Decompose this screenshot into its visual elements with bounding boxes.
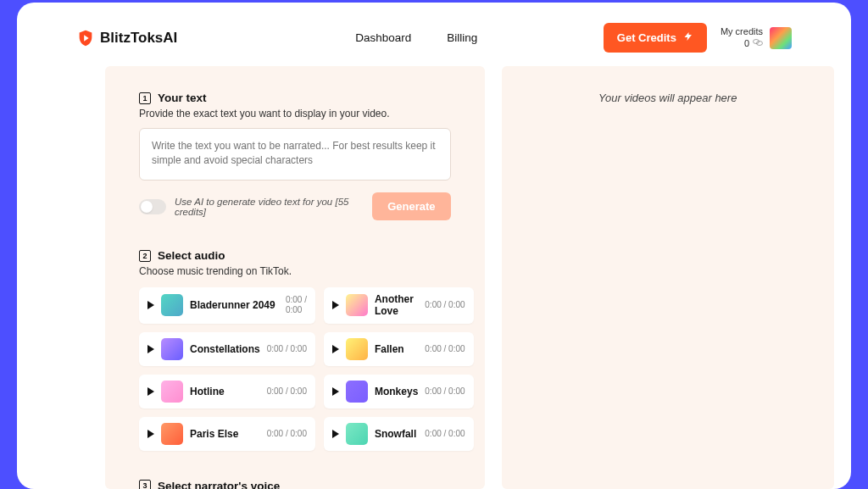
step-num-3: 3: [139, 480, 151, 489]
brand-shield-icon: [76, 29, 95, 47]
get-credits-label: Get Credits: [617, 31, 676, 44]
audio-card[interactable]: Fallen0:00 / 0:00: [324, 332, 474, 366]
audio-thumb: [346, 338, 368, 360]
audio-thumb: [161, 423, 183, 445]
nav-billing[interactable]: Billing: [447, 31, 477, 44]
audio-card[interactable]: Bladerunner 20490:00 /0:00: [139, 287, 315, 324]
audio-time: 0:00 / 0:00: [425, 300, 465, 310]
generate-button[interactable]: Generate: [372, 192, 450, 220]
audio-time: 0:00 /0:00: [286, 295, 307, 315]
play-icon[interactable]: [332, 301, 339, 309]
get-credits-button[interactable]: Get Credits: [604, 23, 707, 53]
audio-name: Monkeys: [375, 386, 418, 397]
editor-panel: 1 Your text Provide the exact text you w…: [105, 66, 485, 489]
audio-time: 0:00 / 0:00: [425, 386, 465, 397]
audio-name: Bladerunner 2049: [190, 299, 279, 311]
audio-grid: Bladerunner 20490:00 /0:00Another Love0:…: [139, 287, 451, 451]
section-select-voice: 3 Select narrator's voice Adam0:00 / 0:0…: [139, 480, 451, 489]
audio-name: Fallen: [375, 343, 418, 355]
video-text-input[interactable]: [139, 128, 451, 181]
play-icon[interactable]: [332, 387, 339, 396]
brand-name: BlitzToksAI: [100, 30, 177, 47]
audio-time: 0:00 / 0:00: [267, 386, 307, 397]
play-icon[interactable]: [147, 387, 154, 396]
avatar[interactable]: [770, 27, 792, 49]
section2-sub: Choose music trending on TikTok.: [139, 265, 451, 277]
audio-thumb: [346, 381, 368, 403]
audio-name: Constellations: [190, 343, 260, 355]
preview-placeholder: Your videos will appear here: [598, 92, 737, 104]
ai-toggle-label: Use AI to generate video text for you [5…: [175, 197, 364, 217]
coins-icon: [753, 38, 763, 49]
audio-name: Snowfall: [375, 428, 418, 440]
play-icon[interactable]: [332, 430, 339, 438]
audio-thumb: [161, 338, 183, 360]
play-icon[interactable]: [332, 345, 339, 353]
section2-title: Select audio: [158, 249, 225, 262]
audio-thumb: [346, 423, 368, 445]
audio-time: 0:00 / 0:00: [425, 344, 465, 354]
play-icon[interactable]: [147, 430, 154, 438]
audio-name: Paris Else: [190, 428, 260, 440]
credits-label: My credits: [721, 26, 763, 37]
audio-time: 0:00 / 0:00: [267, 344, 307, 354]
audio-card[interactable]: Constellations0:00 / 0:00: [139, 332, 315, 366]
content: 1 Your text Provide the exact text you w…: [17, 66, 851, 489]
audio-name: Another Love: [375, 293, 418, 318]
section-select-audio: 2 Select audio Choose music trending on …: [139, 249, 451, 451]
credits-box: My credits 0: [721, 26, 792, 48]
section3-title: Select narrator's voice: [158, 480, 280, 489]
audio-name: Hotline: [190, 386, 260, 397]
preview-panel: Your videos will appear here: [502, 66, 835, 489]
audio-time: 0:00 / 0:00: [267, 429, 307, 439]
audio-card[interactable]: Another Love0:00 / 0:00: [324, 287, 474, 324]
audio-card[interactable]: Paris Else0:00 / 0:00: [139, 417, 315, 451]
step-num-2: 2: [139, 250, 151, 262]
use-ai-toggle[interactable]: [139, 199, 166, 214]
section1-sub: Provide the exact text you want to displ…: [139, 108, 451, 119]
header: BlitzToksAI Dashboard Billing Get Credit…: [17, 3, 851, 66]
audio-thumb: [346, 294, 368, 316]
credits-value: 0: [744, 38, 749, 49]
audio-card[interactable]: Snowfall0:00 / 0:00: [324, 417, 474, 451]
app-window: BlitzToksAI Dashboard Billing Get Credit…: [17, 3, 851, 489]
audio-time: 0:00 / 0:00: [425, 429, 465, 439]
section1-title: Your text: [158, 92, 207, 104]
brand[interactable]: BlitzToksAI: [76, 29, 177, 47]
play-icon[interactable]: [147, 345, 154, 353]
nav-dashboard[interactable]: Dashboard: [355, 31, 411, 44]
audio-thumb: [161, 294, 183, 316]
audio-card[interactable]: Monkeys0:00 / 0:00: [324, 375, 474, 408]
audio-card[interactable]: Hotline0:00 / 0:00: [139, 375, 315, 408]
bolt-icon: [683, 31, 693, 44]
section-your-text: 1 Your text Provide the exact text you w…: [139, 92, 451, 220]
play-icon[interactable]: [147, 301, 154, 309]
step-num-1: 1: [139, 92, 151, 104]
nav: Dashboard Billing: [355, 31, 477, 44]
audio-thumb: [161, 381, 183, 403]
